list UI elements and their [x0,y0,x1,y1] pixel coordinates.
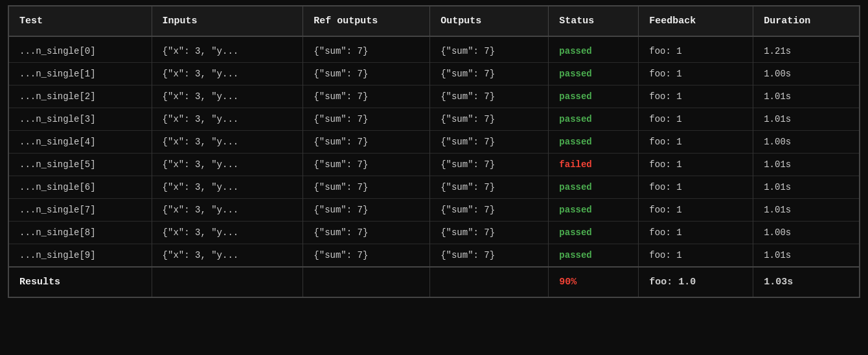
table-row: ...n_single[4] {"x": 3, "y... {"sum": 7}… [8,131,860,154]
cell-ref-outputs: {"sum": 7} [303,176,430,199]
cell-test: ...n_single[4] [8,131,152,154]
cell-inputs: {"x": 3, "y... [152,63,303,86]
col-header-outputs: Outputs [430,6,549,36]
results-row: Results 90% foo: 1.0 1.03s [8,267,860,297]
table-row: ...n_single[2] {"x": 3, "y... {"sum": 7}… [8,86,860,108]
col-header-status: Status [549,6,639,36]
table-row: ...n_single[8] {"x": 3, "y... {"sum": 7}… [8,222,860,244]
cell-status: passed [549,199,639,222]
results-duration: 1.03s [753,267,860,297]
cell-test: ...n_single[6] [8,176,152,199]
table-row: ...n_single[7] {"x": 3, "y... {"sum": 7}… [8,199,860,222]
results-outputs [430,267,549,297]
cell-outputs: {"sum": 7} [430,108,549,131]
main-container: Test Inputs Ref outputs Outputs Status F… [0,0,868,303]
cell-inputs: {"x": 3, "y... [152,86,303,108]
cell-test: ...n_single[9] [8,244,152,268]
cell-inputs: {"x": 3, "y... [152,131,303,154]
col-header-feedback: Feedback [639,6,753,36]
cell-duration: 1.01s [753,86,860,108]
col-header-test: Test [8,6,152,36]
results-ref [303,267,430,297]
cell-outputs: {"sum": 7} [430,131,549,154]
cell-status: passed [549,244,639,268]
cell-duration: 1.01s [753,108,860,131]
table-row: ...n_single[1] {"x": 3, "y... {"sum": 7}… [8,63,860,86]
cell-inputs: {"x": 3, "y... [152,108,303,131]
cell-duration: 1.21s [753,36,860,63]
cell-duration: 1.01s [753,244,860,268]
cell-outputs: {"sum": 7} [430,176,549,199]
cell-feedback: foo: 1 [639,154,753,176]
col-header-inputs: Inputs [152,6,303,36]
cell-status: passed [549,36,639,63]
cell-inputs: {"x": 3, "y... [152,176,303,199]
col-header-duration: Duration [753,6,860,36]
results-label: Results [8,267,152,297]
cell-status: failed [549,154,639,176]
cell-feedback: foo: 1 [639,131,753,154]
cell-outputs: {"sum": 7} [430,222,549,244]
results-status: 90% [549,267,639,297]
cell-status: passed [549,86,639,108]
cell-duration: 1.00s [753,131,860,154]
cell-feedback: foo: 1 [639,222,753,244]
table-row: ...n_single[5] {"x": 3, "y... {"sum": 7}… [8,154,860,176]
cell-ref-outputs: {"sum": 7} [303,222,430,244]
cell-duration: 1.01s [753,154,860,176]
cell-inputs: {"x": 3, "y... [152,36,303,63]
table-row: ...n_single[0] {"x": 3, "y... {"sum": 7}… [8,36,860,63]
cell-status: passed [549,222,639,244]
cell-outputs: {"sum": 7} [430,36,549,63]
cell-ref-outputs: {"sum": 7} [303,86,430,108]
cell-test: ...n_single[8] [8,222,152,244]
cell-feedback: foo: 1 [639,36,753,63]
cell-inputs: {"x": 3, "y... [152,244,303,268]
cell-outputs: {"sum": 7} [430,199,549,222]
cell-feedback: foo: 1 [639,199,753,222]
cell-inputs: {"x": 3, "y... [152,154,303,176]
cell-ref-outputs: {"sum": 7} [303,131,430,154]
cell-duration: 1.00s [753,63,860,86]
cell-test: ...n_single[2] [8,86,152,108]
cell-test: ...n_single[5] [8,154,152,176]
cell-duration: 1.01s [753,176,860,199]
cell-duration: 1.00s [753,222,860,244]
cell-test: ...n_single[1] [8,63,152,86]
cell-feedback: foo: 1 [639,108,753,131]
results-feedback: foo: 1.0 [639,267,753,297]
cell-outputs: {"sum": 7} [430,154,549,176]
cell-outputs: {"sum": 7} [430,63,549,86]
cell-test: ...n_single[3] [8,108,152,131]
cell-ref-outputs: {"sum": 7} [303,63,430,86]
cell-outputs: {"sum": 7} [430,86,549,108]
cell-ref-outputs: {"sum": 7} [303,199,430,222]
table-row: ...n_single[9] {"x": 3, "y... {"sum": 7}… [8,244,860,268]
cell-ref-outputs: {"sum": 7} [303,108,430,131]
cell-feedback: foo: 1 [639,176,753,199]
table-row: ...n_single[6] {"x": 3, "y... {"sum": 7}… [8,176,860,199]
results-table: Test Inputs Ref outputs Outputs Status F… [8,5,860,298]
cell-test: ...n_single[0] [8,36,152,63]
cell-ref-outputs: {"sum": 7} [303,244,430,268]
col-header-ref-outputs: Ref outputs [303,6,430,36]
cell-status: passed [549,176,639,199]
cell-feedback: foo: 1 [639,86,753,108]
cell-ref-outputs: {"sum": 7} [303,36,430,63]
cell-status: passed [549,108,639,131]
cell-test: ...n_single[7] [8,199,152,222]
cell-outputs: {"sum": 7} [430,244,549,268]
cell-feedback: foo: 1 [639,244,753,268]
cell-inputs: {"x": 3, "y... [152,199,303,222]
cell-ref-outputs: {"sum": 7} [303,154,430,176]
cell-duration: 1.01s [753,199,860,222]
cell-feedback: foo: 1 [639,63,753,86]
cell-status: passed [549,63,639,86]
cell-inputs: {"x": 3, "y... [152,222,303,244]
table-header-row: Test Inputs Ref outputs Outputs Status F… [8,6,860,36]
table-row: ...n_single[3] {"x": 3, "y... {"sum": 7}… [8,108,860,131]
cell-status: passed [549,131,639,154]
results-inputs [152,267,303,297]
